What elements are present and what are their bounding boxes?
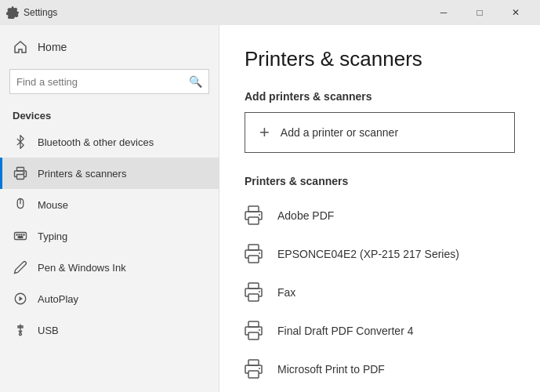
svg-rect-6 xyxy=(15,233,27,240)
printer-name-finaldraft: Final Draft PDF Converter 4 xyxy=(277,325,414,337)
printers-label: Printers & scanners xyxy=(38,168,126,180)
printer-name-epson: EPSONCE04E2 (XP-215 217 Series) xyxy=(277,248,459,260)
section-title: Devices xyxy=(0,100,219,126)
svg-point-2 xyxy=(24,172,24,173)
add-section-subtitle: Add printers & scanners xyxy=(245,90,515,103)
printer-item-msprint[interactable]: Microsoft Print to PDF xyxy=(245,350,515,389)
keyboard-icon xyxy=(13,228,28,244)
printer-item-epson[interactable]: EPSONCE04E2 (XP-215 217 Series) xyxy=(245,235,515,274)
sidebar-item-printers[interactable]: Printers & scanners xyxy=(0,158,219,189)
svg-rect-27 xyxy=(248,283,259,289)
svg-point-10 xyxy=(19,234,20,235)
autoplay-label: AutoPlay xyxy=(38,293,78,305)
add-printer-label: Add a printer or scanner xyxy=(281,126,398,139)
printer-name-msprint: Microsoft Print to PDF xyxy=(277,363,385,376)
svg-marker-17 xyxy=(20,296,24,301)
sidebar-item-bluetooth[interactable]: Bluetooth & other devices xyxy=(0,126,219,158)
svg-point-20 xyxy=(20,333,22,336)
app-title: Settings xyxy=(24,7,57,18)
sidebar-item-autoplay[interactable]: AutoPlay xyxy=(0,283,219,314)
sidebar-item-pen[interactable]: Pen & Windows Ink xyxy=(0,252,219,283)
printer-item-finaldraft[interactable]: Final Draft PDF Converter 4 xyxy=(245,312,515,350)
svg-point-14 xyxy=(24,234,24,235)
svg-rect-22 xyxy=(248,217,259,224)
svg-rect-21 xyxy=(248,206,259,212)
close-button[interactable]: ✕ xyxy=(498,0,534,25)
usb-icon xyxy=(13,322,28,338)
svg-rect-1 xyxy=(17,175,24,180)
svg-rect-0 xyxy=(17,168,24,172)
printer-icon-finaldraft xyxy=(245,320,266,342)
printer-item-adobe-pdf[interactable]: Adobe PDF xyxy=(245,197,515,235)
content-area: Printers & scanners Add printers & scann… xyxy=(219,25,540,392)
sidebar-item-typing[interactable]: Typing xyxy=(0,220,219,252)
svg-rect-28 xyxy=(248,294,259,301)
svg-point-29 xyxy=(259,291,260,292)
printers-section-subtitle: Printers & scanners xyxy=(245,175,515,187)
sidebar: Home 🔍 Devices Bluetooth & other devices xyxy=(0,25,219,392)
sidebar-item-home[interactable]: Home xyxy=(0,31,219,63)
svg-rect-25 xyxy=(248,256,259,263)
printer-name-fax: Fax xyxy=(277,286,295,299)
svg-point-8 xyxy=(16,234,17,235)
search-box: 🔍 xyxy=(9,69,209,94)
usb-label: USB xyxy=(38,325,59,336)
minimize-button[interactable]: ─ xyxy=(426,0,462,25)
sidebar-item-usb[interactable]: USB xyxy=(0,314,219,346)
pen-label: Pen & Windows Ink xyxy=(38,262,126,274)
svg-point-23 xyxy=(259,214,260,216)
page-title: Printers & scanners xyxy=(245,47,515,71)
title-bar: Settings ─ □ ✕ xyxy=(0,0,540,25)
plus-icon: + xyxy=(259,124,270,141)
pen-icon xyxy=(13,260,28,275)
printer-icon-msprint xyxy=(245,358,266,380)
printer-icon-epson xyxy=(245,243,266,265)
autoplay-icon xyxy=(13,291,28,307)
svg-rect-18 xyxy=(18,326,20,328)
maximize-button[interactable]: □ xyxy=(462,0,498,25)
svg-rect-15 xyxy=(18,237,23,238)
mouse-label: Mouse xyxy=(38,199,68,211)
bluetooth-icon xyxy=(13,134,28,150)
svg-point-32 xyxy=(259,329,260,331)
app-body: Home 🔍 Devices Bluetooth & other devices xyxy=(0,25,540,392)
home-label: Home xyxy=(38,41,67,53)
printer-list: Adobe PDF EPSONCE04E2 (XP-215 217 Series… xyxy=(245,197,515,389)
svg-rect-30 xyxy=(248,321,259,327)
search-button[interactable]: 🔍 xyxy=(189,75,202,88)
add-printer-button[interactable]: + Add a printer or scanner xyxy=(245,112,515,153)
sidebar-item-mouse[interactable]: Mouse xyxy=(0,189,219,220)
svg-rect-34 xyxy=(248,371,259,378)
printer-nav-icon xyxy=(13,165,28,181)
svg-point-26 xyxy=(259,252,260,254)
window-controls: ─ □ ✕ xyxy=(426,0,534,25)
svg-point-12 xyxy=(21,234,22,235)
search-input[interactable] xyxy=(16,76,189,88)
svg-rect-33 xyxy=(248,360,259,365)
mouse-icon xyxy=(13,197,28,212)
svg-rect-31 xyxy=(248,332,259,339)
typing-label: Typing xyxy=(38,230,67,242)
printer-icon-adobe-pdf xyxy=(245,205,266,227)
svg-point-35 xyxy=(259,368,260,369)
bluetooth-label: Bluetooth & other devices xyxy=(38,136,154,148)
title-bar-left: Settings xyxy=(6,6,57,19)
printer-name-adobe-pdf: Adobe PDF xyxy=(277,209,334,222)
svg-rect-24 xyxy=(248,245,259,250)
settings-app-icon xyxy=(6,6,19,19)
home-icon xyxy=(13,39,28,55)
svg-rect-19 xyxy=(21,326,23,328)
printer-item-fax[interactable]: Fax xyxy=(245,274,515,312)
printer-icon-fax xyxy=(245,281,266,303)
